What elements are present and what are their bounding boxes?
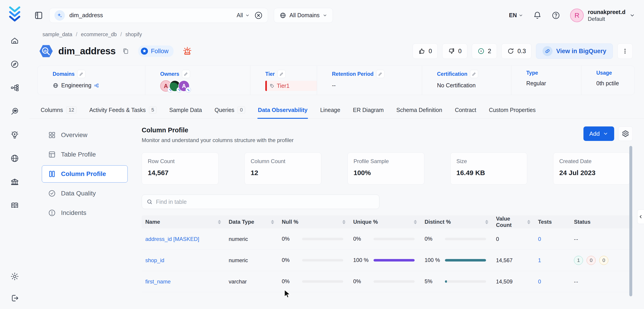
thumbs-up-icon <box>418 48 426 55</box>
more-actions-button[interactable] <box>617 44 633 59</box>
domain-value[interactable]: Engineering <box>61 82 91 89</box>
col-header-data-type[interactable]: Data Type <box>227 219 280 225</box>
tab-lineage[interactable]: Lineage <box>320 105 341 119</box>
tab-sample-data[interactable]: Sample Data <box>169 105 202 119</box>
subnav-column-profile[interactable]: Column Profile <box>42 165 128 183</box>
chevron-down-icon <box>245 13 250 18</box>
domains-globe-icon[interactable] <box>10 154 19 163</box>
language-dropdown[interactable]: EN <box>509 12 523 19</box>
tab-columns[interactable]: Columns12 <box>40 105 77 119</box>
global-search-bar[interactable]: All <box>49 8 268 23</box>
ai-sparkle-icon <box>54 10 65 21</box>
metadata-retention: Retention Period -- <box>317 66 422 95</box>
tab-activity-feeds[interactable]: Activity Feeds & Tasks5 <box>89 105 157 119</box>
page-title: dim_address <box>58 46 116 57</box>
panel-resize-handle[interactable] <box>637 209 644 224</box>
settings-gear-icon[interactable] <box>10 272 19 281</box>
chevron-left-icon <box>638 214 643 219</box>
unique-pct-bar <box>374 259 415 261</box>
value-count: 14,567 <box>494 257 536 263</box>
explore-compass-icon[interactable] <box>10 60 19 69</box>
sort-icon <box>414 220 417 224</box>
tab-queries[interactable]: Queries0 <box>214 105 246 119</box>
glossary-book-icon[interactable] <box>10 201 19 210</box>
notifications-bell-icon[interactable] <box>533 11 542 20</box>
watch-count-button[interactable]: 2 <box>472 44 497 59</box>
alert-siren-icon[interactable] <box>182 46 192 56</box>
insights-icon[interactable] <box>10 130 19 139</box>
distinct-pct-value: 0% <box>424 235 441 242</box>
summary-card-size: Size 16.49 KB <box>450 152 527 185</box>
edit-domains-button[interactable] <box>77 70 86 78</box>
edit-tier-button[interactable] <box>278 70 286 78</box>
tab-er-diagram[interactable]: ER Diagram <box>352 105 384 119</box>
breadcrumb-schema[interactable]: shopify <box>126 32 142 38</box>
summary-card-profile-sample: Profile Sample 100% <box>348 152 424 185</box>
edit-certification-button[interactable] <box>470 70 478 78</box>
tests-link[interactable]: 0 <box>536 236 572 242</box>
pencil-icon <box>472 72 476 76</box>
unique-pct-bar <box>374 238 415 240</box>
tests-aborted-badge: 0 <box>599 256 608 265</box>
governance-bank-icon[interactable] <box>10 177 19 186</box>
add-button[interactable]: Add <box>584 126 614 141</box>
sidebar-toggle-icon[interactable] <box>34 11 44 20</box>
subnav-overview[interactable]: Overview <box>42 126 128 144</box>
column-name-link[interactable]: shop_id <box>142 257 227 263</box>
col-header-name[interactable]: Name <box>142 219 227 225</box>
follow-button[interactable]: Follow <box>138 46 174 57</box>
copy-name-icon[interactable] <box>122 48 129 55</box>
owner-avatar[interactable]: A <box>178 80 190 92</box>
tab-schema-definition[interactable]: Schema Definition <box>396 105 443 119</box>
clear-search-icon[interactable] <box>254 11 263 20</box>
breadcrumb-database[interactable]: ecommerce_db <box>81 32 117 38</box>
find-in-table-search[interactable] <box>142 195 380 209</box>
column-name-link[interactable]: first_name <box>142 278 227 285</box>
sort-icon <box>342 220 346 224</box>
edit-owners-button[interactable] <box>182 70 190 78</box>
col-header-null[interactable]: Null % <box>280 219 352 225</box>
subnav-incidents[interactable]: Incidents <box>42 204 128 221</box>
breadcrumb-separator: / <box>120 32 122 38</box>
distinct-pct-bar <box>445 238 486 240</box>
logout-icon[interactable] <box>10 294 19 303</box>
app-logo-icon[interactable] <box>7 5 22 25</box>
left-rail <box>0 0 30 309</box>
tests-passed-badge: 1 <box>574 256 583 265</box>
watch-icon <box>478 48 485 55</box>
observability-icon[interactable] <box>10 107 19 116</box>
help-icon[interactable] <box>552 11 560 20</box>
user-name: rounakpreet.d <box>588 8 626 16</box>
pencil-icon <box>184 72 188 76</box>
col-header-unique[interactable]: Unique % <box>352 219 423 225</box>
all-domains-dropdown[interactable]: All Domains <box>274 8 333 23</box>
view-in-bigquery-button[interactable]: View in BigQuery <box>536 44 613 59</box>
home-icon[interactable] <box>10 36 19 45</box>
search-input[interactable] <box>69 12 232 19</box>
edit-retention-button[interactable] <box>376 70 384 78</box>
find-in-table-input[interactable] <box>156 199 375 205</box>
tests-failed-badge: 0 <box>586 256 596 265</box>
tests-link[interactable]: 0 <box>536 278 572 285</box>
tests-link[interactable]: 1 <box>536 257 572 263</box>
profiler-settings-button[interactable] <box>618 126 633 141</box>
tab-data-observability[interactable]: Data Observability <box>257 105 308 119</box>
tier-badge[interactable]: Tier1 <box>265 81 317 91</box>
upvote-button[interactable]: 0 <box>412 44 438 59</box>
col-header-distinct[interactable]: Distinct % <box>423 219 494 225</box>
search-scope-dropdown[interactable]: All <box>236 12 250 19</box>
col-header-value-count[interactable]: Value Count <box>494 216 536 228</box>
lineage-icon[interactable] <box>10 83 19 92</box>
vertical-scrollbar[interactable] <box>629 146 632 296</box>
metadata-usage: Usage 0th pctile <box>581 66 634 95</box>
user-menu[interactable]: R rounakpreet.d Default <box>570 8 635 22</box>
tab-custom-properties[interactable]: Custom Properties <box>488 105 536 119</box>
subnav-table-profile[interactable]: Table Profile <box>42 146 128 163</box>
tab-contract[interactable]: Contract <box>454 105 476 119</box>
breadcrumb-service[interactable]: sample_data <box>42 32 72 38</box>
column-name-link[interactable]: address_id [MASKED] <box>142 236 227 242</box>
quality-score-button[interactable]: 0.3 <box>502 44 532 59</box>
subnav-data-quality[interactable]: Data Quality <box>42 185 128 202</box>
downvote-button[interactable]: 0 <box>442 44 467 59</box>
distinct-pct-bar <box>445 280 486 283</box>
